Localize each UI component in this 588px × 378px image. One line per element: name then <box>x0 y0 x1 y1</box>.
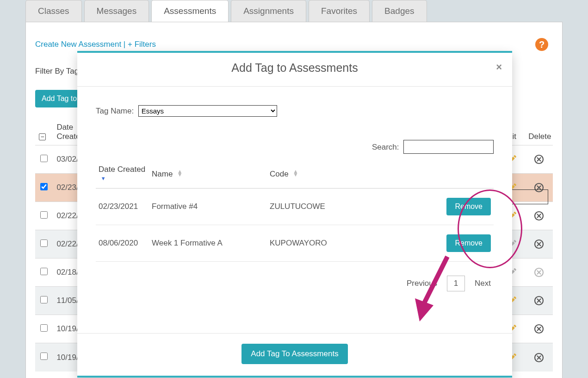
add-tag-to-assessments-button[interactable]: Add Tag To Assessments <box>241 344 347 364</box>
modal-table-row: 08/06/2020 Week 1 Formative A KUPOWAYORO… <box>96 225 494 262</box>
tab-assessments[interactable]: Assessments <box>151 0 229 22</box>
add-tag-button[interactable]: Add Tag to <box>35 90 83 107</box>
remove-button[interactable]: Remove <box>446 198 491 215</box>
help-icon[interactable]: ? <box>535 38 548 51</box>
col-delete: Delete <box>525 119 553 145</box>
tag-name-select[interactable]: Essays <box>138 105 277 117</box>
delete-icon[interactable] <box>528 323 549 334</box>
row-checkbox[interactable] <box>40 268 48 275</box>
sort-desc-icon: ▼ <box>101 176 106 181</box>
search-label: Search: <box>372 143 399 151</box>
delete-icon[interactable] <box>528 352 549 363</box>
modal-search-input[interactable] <box>403 140 494 154</box>
row-checkbox[interactable] <box>40 183 48 190</box>
row-checkbox[interactable] <box>40 239 48 247</box>
delete-icon[interactable] <box>528 154 549 165</box>
select-all-checkbox[interactable]: − <box>39 133 46 140</box>
sort-icon: ▲▼ <box>293 170 298 176</box>
pager-next[interactable]: Next <box>475 279 491 288</box>
modal-col-name[interactable]: Name ▲▼ <box>149 160 267 189</box>
modal-row-code: KUPOWAYORO <box>267 225 392 262</box>
modal-row-name: Week 1 Formative A <box>149 225 267 262</box>
panel-top-links: Create New Assessment | + Filters <box>35 40 553 49</box>
sort-icon: ▲▼ <box>177 170 183 176</box>
modal-row-name: Formative #4 <box>149 189 267 225</box>
close-icon[interactable]: × <box>496 61 502 73</box>
row-checkbox[interactable] <box>40 353 48 360</box>
tab-favorites[interactable]: Favorites <box>309 0 370 22</box>
tab-badges[interactable]: Badges <box>372 0 427 22</box>
delete-icon[interactable] <box>528 295 549 306</box>
tab-messages[interactable]: Messages <box>84 0 149 22</box>
row-checkbox[interactable] <box>40 324 48 332</box>
modal-table: Date Created ▼ Name ▲▼ Code ▲▼ 02/23/202… <box>96 160 494 262</box>
tag-name-label: Tag Name: <box>96 107 134 115</box>
modal-col-date[interactable]: Date Created ▼ <box>96 160 149 189</box>
pager-prev[interactable]: Previous <box>407 279 437 288</box>
delete-icon[interactable] <box>528 210 549 221</box>
add-tag-modal: Add Tag to Assessments × Tag Name: Essay… <box>77 51 512 378</box>
modal-row-date: 02/23/2021 <box>96 189 149 225</box>
modal-row-date: 08/06/2020 <box>96 225 149 262</box>
pager: Previous 1 Next <box>96 262 494 319</box>
modal-row-code: ZULUTUCOWE <box>267 189 392 225</box>
pager-page[interactable]: 1 <box>447 276 465 291</box>
row-checkbox[interactable] <box>40 211 48 219</box>
row-checkbox[interactable] <box>40 296 48 303</box>
remove-button[interactable]: Remove <box>446 234 491 252</box>
filters-link[interactable]: + Filters <box>128 40 156 49</box>
delete-icon[interactable] <box>528 239 549 250</box>
delete-icon[interactable] <box>528 267 549 278</box>
tab-classes[interactable]: Classes <box>25 0 82 22</box>
modal-col-code[interactable]: Code ▲▼ <box>267 160 392 189</box>
create-new-assessment-link[interactable]: Create New Assessment <box>35 40 121 49</box>
row-checkbox[interactable] <box>40 155 48 162</box>
tab-assignments[interactable]: Assignments <box>231 0 306 22</box>
modal-table-row: 02/23/2021 Formative #4 ZULUTUCOWE Remov… <box>96 189 494 225</box>
modal-title: Add Tag to Assessments × <box>77 53 512 87</box>
